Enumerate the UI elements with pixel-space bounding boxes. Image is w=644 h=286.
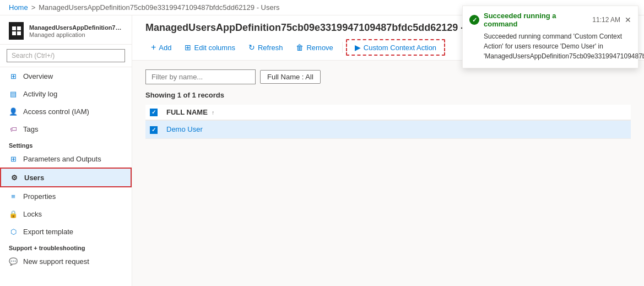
- tag-icon: 🏷: [9, 125, 18, 133]
- sidebar-item-tags[interactable]: 🏷 Tags: [0, 120, 132, 138]
- users-icon: ⚙: [10, 173, 19, 182]
- edit-columns-icon: ⊞: [185, 43, 191, 52]
- filter-input[interactable]: [145, 69, 256, 84]
- person-icon: 👤: [9, 107, 18, 116]
- sidebar-search-container: [0, 45, 132, 67]
- refresh-icon: ↻: [248, 43, 255, 52]
- toolbar-divider: [342, 42, 343, 53]
- records-count: Showing 1 of 1 records: [145, 91, 631, 99]
- settings-section-label: Settings: [0, 138, 132, 150]
- sidebar-item-activity-log[interactable]: ▤ Activity log: [0, 85, 132, 102]
- support-icon: 💬: [9, 257, 18, 266]
- sidebar-item-locks[interactable]: 🔒 Locks: [0, 205, 132, 223]
- add-button[interactable]: + Add: [145, 40, 177, 55]
- svg-rect-1: [17, 26, 21, 30]
- toast-close-button[interactable]: ✕: [625, 15, 631, 24]
- sidebar-item-access-control[interactable]: 👤 Access control (IAM): [0, 102, 132, 120]
- toast-title: Succeeded running a command: [484, 12, 588, 28]
- custom-context-action-button[interactable]: ▶ Custom Context Action: [346, 39, 445, 56]
- export-icon: ⬡: [9, 227, 18, 236]
- sidebar-item-properties[interactable]: ≡ Properties: [0, 187, 132, 205]
- params-icon: ⊞: [9, 154, 18, 163]
- breadcrumb-home[interactable]: Home: [9, 3, 28, 12]
- select-all-header[interactable]: ✓: [145, 105, 162, 120]
- toast-header: ✓ Succeeded running a command 11:12 AM ✕: [463, 6, 638, 31]
- content-body: Full Name : All Showing 1 of 1 records ✓…: [132, 61, 644, 286]
- user-name-cell[interactable]: Demo User: [162, 120, 631, 138]
- row-checkbox-cell[interactable]: ✓: [145, 120, 162, 138]
- sidebar-item-parameters[interactable]: ⊞ Parameters and Outputs: [0, 150, 132, 168]
- sidebar: ManagedUsersAppDefinition75cb09e33199471…: [0, 15, 132, 286]
- grid-icon: ⊞: [9, 72, 18, 80]
- sidebar-app-title: ManagedUsersAppDefinition75cb09e33199471…: [29, 24, 123, 31]
- fullname-filter-badge[interactable]: Full Name : All: [260, 70, 321, 84]
- svg-rect-3: [17, 31, 21, 35]
- search-input[interactable]: [7, 49, 125, 62]
- select-all-checkbox[interactable]: ✓: [150, 109, 158, 116]
- remove-button[interactable]: 🗑 Remove: [290, 40, 338, 55]
- sidebar-app-subtitle: Managed application: [29, 31, 123, 38]
- play-icon: ▶: [355, 43, 361, 52]
- breadcrumb-separator: >: [31, 3, 36, 12]
- breadcrumb-current: ManagedUsersAppDefinition75cb09e33199471…: [39, 3, 279, 12]
- edit-columns-button[interactable]: ⊞ Edit columns: [179, 40, 240, 55]
- sidebar-nav: ⊞ Overview ▤ Activity log 👤 Access contr…: [0, 67, 132, 286]
- lock-icon: 🔒: [9, 209, 18, 218]
- toast-success-icon: ✓: [469, 15, 479, 25]
- toast-time: 11:12 AM: [592, 16, 620, 24]
- sort-icon: ↑: [212, 110, 214, 116]
- fullname-column-header[interactable]: FULL NAME ↑: [162, 105, 631, 120]
- filter-row: Full Name : All: [145, 69, 631, 84]
- props-icon: ≡: [9, 192, 18, 201]
- table-row[interactable]: ✓ Demo User: [145, 120, 631, 138]
- toast-notification: ✓ Succeeded running a command 11:12 AM ✕…: [462, 6, 638, 68]
- add-icon: +: [151, 42, 156, 52]
- sidebar-item-overview[interactable]: ⊞ Overview: [0, 67, 132, 85]
- remove-icon: 🗑: [296, 43, 304, 52]
- svg-rect-2: [12, 31, 16, 35]
- sidebar-header: ManagedUsersAppDefinition75cb09e33199471…: [0, 15, 132, 45]
- sidebar-item-users[interactable]: ⚙ Users: [0, 168, 132, 187]
- support-section-label: Support + troubleshooting: [0, 240, 132, 252]
- row-checkbox[interactable]: ✓: [150, 126, 158, 134]
- refresh-button[interactable]: ↻ Refresh: [243, 40, 289, 55]
- svg-rect-0: [12, 26, 16, 30]
- users-table: ✓ FULL NAME ↑ ✓: [145, 105, 631, 139]
- app-icon: [9, 22, 24, 40]
- sidebar-item-export[interactable]: ⬡ Export template: [0, 223, 132, 240]
- sidebar-item-new-support[interactable]: 💬 New support request: [0, 252, 132, 270]
- activity-icon: ▤: [9, 89, 18, 98]
- toast-body: Succeeded running command 'Custom Contex…: [463, 31, 638, 68]
